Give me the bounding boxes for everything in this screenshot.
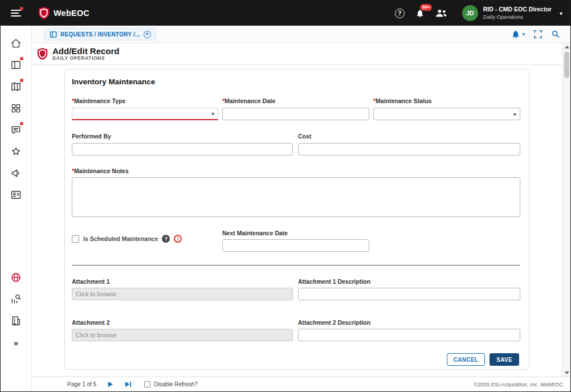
sidebar-item-maps[interactable] bbox=[5, 76, 27, 97]
sidebar-item-favorites[interactable] bbox=[5, 141, 27, 162]
star-icon bbox=[10, 146, 22, 157]
contact-card-icon bbox=[10, 189, 22, 201]
sidebar-item-boards[interactable] bbox=[5, 54, 27, 76]
sidebar-item-home[interactable] bbox=[5, 32, 27, 54]
notifications-button[interactable]: 99+ bbox=[415, 9, 425, 18]
menu-notification-dot bbox=[20, 7, 23, 10]
cost-label: Cost bbox=[298, 133, 311, 140]
maintenance-notes-textarea[interactable] bbox=[72, 177, 520, 217]
user-role: RID - CMD EOC Director bbox=[483, 6, 552, 14]
user-menu-chevron-icon[interactable]: ▾ bbox=[560, 10, 562, 17]
maps-notification-dot bbox=[20, 79, 23, 82]
cost-input[interactable] bbox=[298, 143, 520, 156]
next-maintenance-date-input[interactable] bbox=[222, 239, 369, 252]
sidebar-item-announcements[interactable] bbox=[5, 162, 27, 184]
chevron-down-icon: ▾ bbox=[513, 111, 516, 117]
form-title: Inventory Maintenance bbox=[72, 77, 155, 86]
fullscreen-icon bbox=[533, 30, 543, 39]
save-button[interactable]: SAVE bbox=[490, 353, 519, 366]
sidebar-item-contacts[interactable] bbox=[5, 184, 27, 206]
attachment1-browse-field[interactable]: Click to browse bbox=[72, 288, 293, 300]
scroll-down-icon bbox=[565, 371, 569, 374]
sidebar-item-messages[interactable] bbox=[5, 119, 27, 141]
board-content: Inventory Maintenance *Maintenance Type … bbox=[32, 65, 562, 377]
users-button[interactable] bbox=[435, 9, 447, 18]
messages-notification-dot bbox=[20, 122, 23, 125]
attachment2-browse-field[interactable]: Click to browse bbox=[72, 329, 293, 341]
scroll-down-button[interactable] bbox=[563, 369, 570, 377]
performed-by-input[interactable] bbox=[72, 143, 293, 156]
next-page-icon bbox=[107, 381, 114, 388]
main-menu-button[interactable] bbox=[9, 6, 23, 21]
tab-close-icon[interactable]: ✕ bbox=[144, 31, 151, 38]
building-icon bbox=[10, 315, 22, 326]
is-scheduled-maintenance-checkbox[interactable] bbox=[72, 235, 79, 243]
disable-refresh-label: Disable Refresh? bbox=[154, 381, 198, 387]
vertical-scrollbar[interactable] bbox=[562, 43, 570, 377]
page-info: Page 1 of 5 bbox=[67, 381, 96, 387]
chart-search-icon bbox=[10, 293, 22, 305]
tab-bar: REQUESTS / INVENTORY /... ✕ ▾ bbox=[32, 26, 570, 43]
board-logo-icon bbox=[37, 47, 48, 60]
apps-grid-icon bbox=[10, 103, 22, 114]
boards-notification-dot bbox=[20, 57, 23, 60]
performed-by-label: Performed By bbox=[72, 133, 111, 140]
maintenance-status-select[interactable]: ▾ bbox=[373, 108, 520, 120]
attachment2-description-input[interactable] bbox=[298, 329, 520, 341]
people-icon bbox=[435, 9, 447, 18]
tab-requests-inventory[interactable]: REQUESTS / INVENTORY /... ✕ bbox=[44, 28, 156, 40]
maintenance-status-label: *Maintenance Status bbox=[373, 97, 432, 104]
maintenance-date-label: *Maintenance Date bbox=[222, 97, 275, 104]
scrollbar-thumb[interactable] bbox=[564, 52, 569, 78]
user-scope: Daily Operations bbox=[483, 14, 552, 21]
user-info: RID - CMD EOC Director Daily Operations bbox=[483, 6, 552, 21]
user-avatar[interactable]: JD bbox=[462, 5, 478, 21]
board-search-button[interactable] bbox=[551, 30, 560, 39]
maintenance-type-label: *Maintenance Type bbox=[72, 97, 125, 104]
chevron-down-icon: ▾ bbox=[211, 111, 214, 117]
cancel-button[interactable]: CANCEL bbox=[447, 353, 485, 366]
chat-icon bbox=[10, 124, 22, 136]
help-tooltip-icon[interactable]: ? bbox=[162, 235, 170, 243]
page-header-text: Add/Edit Record DAILY OPERATIONS bbox=[52, 46, 120, 62]
home-icon bbox=[10, 38, 22, 49]
top-navigation-bar: WebEOC ? 99+ JD RID - CMD EOC Director D… bbox=[1, 1, 570, 26]
webeoc-logo-icon bbox=[38, 6, 50, 20]
next-maintenance-date-label: Next Maintenance Date bbox=[222, 230, 288, 236]
attachment1-description-input[interactable] bbox=[298, 288, 520, 300]
disable-refresh-control: Disable Refresh? bbox=[144, 381, 198, 387]
globe-icon bbox=[10, 272, 22, 283]
map-icon bbox=[10, 81, 22, 92]
sidebar-item-apps[interactable] bbox=[5, 97, 27, 119]
help-button[interactable]: ? bbox=[395, 9, 405, 18]
help-icon: ? bbox=[395, 9, 405, 18]
search-icon bbox=[551, 30, 560, 39]
section-divider bbox=[72, 265, 520, 266]
main-area: REQUESTS / INVENTORY /... ✕ ▾ Add/Ed bbox=[32, 26, 570, 391]
page-title: Add/Edit Record bbox=[52, 46, 120, 56]
sidebar-item-reports[interactable] bbox=[5, 288, 27, 310]
tabbar-tools: ▾ bbox=[511, 30, 570, 39]
app-name: WebEOC bbox=[54, 9, 89, 18]
next-page-button[interactable] bbox=[107, 381, 114, 388]
sidebar-expand-button[interactable]: » bbox=[5, 332, 27, 353]
board-notifications-button[interactable]: ▾ bbox=[511, 30, 525, 39]
fullscreen-button[interactable] bbox=[533, 30, 543, 39]
disable-refresh-checkbox[interactable] bbox=[144, 381, 150, 387]
maintenance-date-input[interactable] bbox=[222, 108, 369, 120]
webeoc-window: WebEOC ? 99+ JD RID - CMD EOC Director D… bbox=[0, 0, 571, 392]
notification-count-badge: 99+ bbox=[420, 4, 433, 11]
maintenance-type-select[interactable]: ▾ bbox=[72, 108, 218, 120]
last-page-button[interactable] bbox=[124, 381, 132, 388]
form-actions: CANCEL SAVE bbox=[447, 353, 519, 366]
sidebar-item-organization[interactable] bbox=[5, 310, 27, 332]
sidebar-item-global[interactable] bbox=[5, 267, 27, 288]
attachment1-description-label: Attachment 1 Description bbox=[298, 278, 370, 285]
hamburger-icon bbox=[11, 9, 21, 17]
required-warning-icon: ! bbox=[174, 235, 182, 243]
copyright-text: ©2025 ESi Acquisition, Inc. WebEOC bbox=[474, 381, 563, 387]
scheduled-maintenance-row: Is Scheduled Maintenance ? ! bbox=[72, 235, 182, 243]
tab-label: REQUESTS / INVENTORY /... bbox=[60, 31, 140, 38]
megaphone-icon bbox=[10, 168, 22, 179]
scroll-up-button[interactable] bbox=[563, 43, 570, 51]
